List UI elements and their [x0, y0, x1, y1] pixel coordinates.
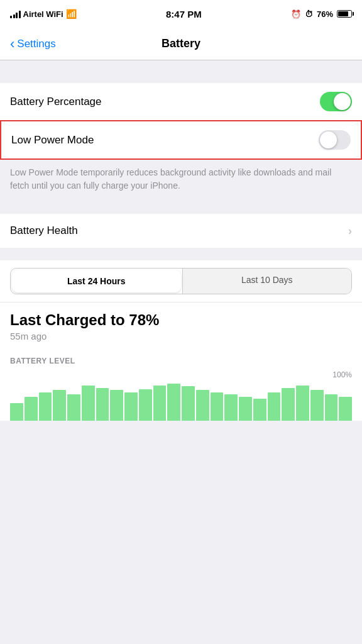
toggle-thumb-lpm: [320, 131, 337, 148]
chart-bar: [110, 390, 123, 421]
carrier-label: Airtel WiFi: [23, 9, 63, 19]
battery-health-label: Battery Health: [10, 225, 78, 237]
chart-bar: [67, 394, 80, 421]
time-period-tabs: Last 24 Hours Last 10 Days: [0, 260, 362, 303]
section-gap-2: [0, 204, 362, 214]
chart-bar: [196, 390, 209, 421]
description-text: Low Power Mode temporarily reduces backg…: [10, 167, 331, 191]
battery-percentage-group: Battery Percentage: [0, 83, 362, 120]
alarm-icon: ⏰: [291, 9, 301, 19]
chart-bar: [296, 386, 309, 421]
back-button[interactable]: ‹ Settings: [10, 37, 56, 51]
chart-bar: [10, 403, 23, 421]
battery-percentage-toggle[interactable]: [320, 92, 352, 111]
chart-bar: [124, 392, 138, 421]
chart-bar: [339, 397, 352, 421]
status-bar: Airtel WiFi 📶 8:47 PM ⏰ ⏱ 76%: [0, 0, 362, 28]
low-power-mode-label: Low Power Mode: [11, 134, 94, 147]
tab-last-10-days[interactable]: Last 10 Days: [183, 269, 352, 294]
chart-bar: [167, 384, 180, 421]
charged-title: Last Charged to 78%: [10, 311, 352, 329]
chart-bar: [82, 386, 95, 421]
chart-bar: [282, 388, 295, 421]
chart-label: BATTERY LEVEL: [10, 357, 352, 365]
toggle-thumb: [334, 93, 351, 110]
low-power-mode-row: Low Power Mode: [0, 120, 362, 160]
chart-bar: [253, 399, 266, 421]
chart-bar: [211, 392, 224, 421]
low-power-description: Low Power Mode temporarily reduces backg…: [0, 160, 362, 204]
low-power-mode-group: Low Power Mode: [0, 120, 362, 160]
chart-bar: [239, 397, 252, 421]
wifi-icon: 📶: [66, 9, 77, 19]
section-gap-1: [0, 60, 362, 83]
back-label: Settings: [17, 38, 55, 50]
chart-bar: [325, 394, 338, 421]
status-time: 8:47 PM: [166, 9, 202, 19]
low-power-mode-toggle[interactable]: [319, 130, 351, 150]
chart-bar: [139, 389, 152, 421]
clock-icon: ⏱: [305, 9, 313, 19]
chart-bar: [25, 397, 38, 421]
chart-section: BATTERY LEVEL 100%: [0, 347, 362, 421]
nav-bar: ‹ Settings Battery: [0, 28, 362, 60]
tabs-row: Last 24 Hours Last 10 Days: [10, 268, 352, 294]
charged-section: Last Charged to 78% 55m ago: [0, 303, 362, 347]
battery-percentage-label: Battery Percentage: [10, 96, 102, 108]
battery-health-group: Battery Health ›: [0, 214, 362, 248]
battery-icon: [337, 10, 352, 18]
charged-subtitle: 55m ago: [10, 331, 352, 341]
chart-bar: [310, 390, 324, 421]
battery-health-row[interactable]: Battery Health ›: [0, 214, 362, 248]
back-chevron-icon: ‹: [10, 37, 14, 51]
battery-percentage-row: Battery Percentage: [0, 83, 362, 120]
chart-bar: [268, 392, 281, 421]
tab-last-24-hours[interactable]: Last 24 Hours: [12, 270, 181, 292]
chart-100-label: 100%: [332, 370, 352, 379]
section-gap-3: [0, 248, 362, 260]
chart-bar: [182, 386, 195, 421]
signal-strength-icon: [10, 9, 21, 18]
chart-area: 100%: [10, 370, 352, 421]
chart-bar: [39, 392, 52, 421]
page-title: Battery: [162, 37, 200, 50]
chart-bar: [224, 394, 238, 421]
chart-bar: [153, 386, 167, 421]
battery-percent-label: 76%: [317, 9, 333, 19]
chart-bar: [96, 388, 109, 421]
status-right: ⏰ ⏱ 76%: [291, 9, 352, 19]
chart-bar: [53, 390, 66, 421]
chevron-right-icon: ›: [348, 225, 352, 238]
status-left: Airtel WiFi 📶: [10, 9, 77, 19]
